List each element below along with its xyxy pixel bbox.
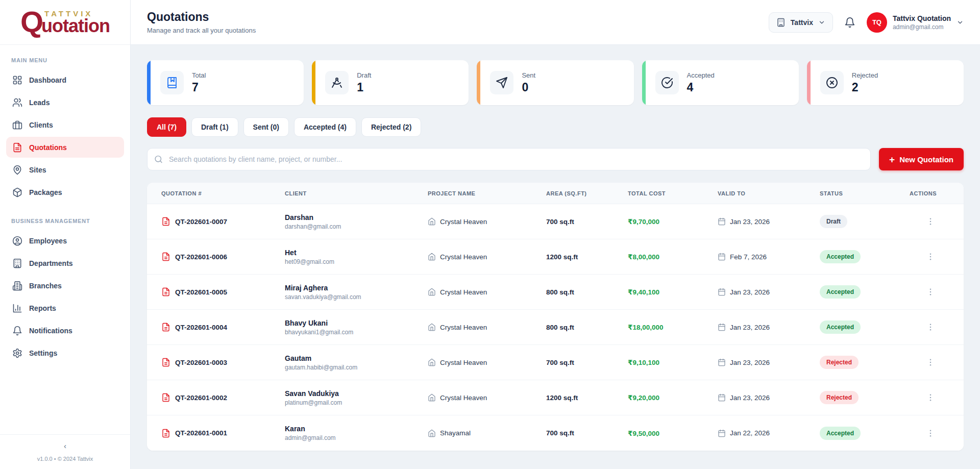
- project-cell: Crystal Heaven: [421, 393, 539, 402]
- valid-to-cell: Jan 23, 2026: [710, 217, 813, 226]
- row-actions-menu-button[interactable]: [924, 320, 937, 334]
- kebab-icon: [926, 429, 935, 438]
- search-icon: [154, 155, 163, 164]
- sidebar-item-quotations[interactable]: Quotations: [6, 137, 124, 158]
- client-name: Savan Vadukiya: [285, 389, 413, 398]
- valid-to-cell: Jan 23, 2026: [710, 323, 813, 331]
- kebab-icon: [926, 217, 935, 226]
- sidebar-item-packages[interactable]: Packages: [6, 182, 124, 203]
- dashboard-grid-icon: [12, 75, 22, 85]
- table-row[interactable]: QT-202601-0001 Karan admin@gmail.com Sh: [147, 415, 964, 451]
- chevron-down-icon: [957, 19, 964, 26]
- status-filter-tabs: All (7) Draft (1) Sent (0) Accepted (4): [147, 117, 964, 137]
- home-icon: [428, 217, 436, 226]
- sidebar-item-leads[interactable]: Leads: [6, 92, 124, 113]
- user-profile-menu[interactable]: TQ Tattvix Quotation admin@gmail.com: [867, 12, 964, 33]
- actions-cell: [902, 391, 964, 404]
- table-row[interactable]: QT-202601-0004 Bhavy Ukani bhavyukani1@g…: [147, 310, 964, 345]
- brand-logo[interactable]: Q TATTVIX uotation: [0, 0, 130, 45]
- client-cell: Miraj Aghera savan.vadukiya@gmail.com: [278, 284, 421, 301]
- status-badge: Accepted: [820, 320, 861, 334]
- col-actions: ACTIONS: [902, 190, 964, 196]
- file-text-icon: [161, 429, 170, 438]
- stat-label: Draft: [357, 71, 371, 79]
- total-cost-cell: ₹18,00,000: [621, 323, 710, 331]
- sidebar-item-settings[interactable]: Settings: [6, 342, 124, 363]
- actions-cell: [902, 320, 964, 334]
- filter-tab[interactable]: Accepted (4): [294, 117, 356, 137]
- client-name: Gautam: [285, 354, 413, 362]
- status-cell: Draft: [813, 215, 902, 228]
- sidebar-item-departments[interactable]: Departments: [6, 253, 124, 274]
- filter-tab[interactable]: Rejected (2): [361, 117, 421, 137]
- client-email: admin@gmail.com: [285, 434, 413, 441]
- stat-label: Sent: [522, 71, 535, 79]
- actions-cell: [902, 356, 964, 369]
- quotation-number-cell: QT-202601-0003: [147, 358, 278, 367]
- table-header-row: QUOTATION # CLIENT PROJECT NAME AREA (SQ…: [147, 183, 964, 204]
- project-name: Crystal Heaven: [440, 288, 487, 296]
- table-row[interactable]: QT-202601-0007 Darshan darshan@gmail.com: [147, 204, 964, 239]
- status-cell: Accepted: [813, 285, 902, 299]
- quotation-number: QT-202601-0003: [175, 359, 227, 366]
- calendar-icon: [718, 253, 726, 261]
- brand-q: Q: [20, 9, 42, 34]
- stat-card-sent: Sent 0: [477, 60, 633, 105]
- file-text-icon: [161, 217, 170, 226]
- row-actions-menu-button[interactable]: [924, 356, 937, 369]
- quotation-number-cell: QT-202601-0006: [147, 252, 278, 261]
- quotation-number: QT-202601-0002: [175, 394, 227, 402]
- filter-tab[interactable]: Sent (0): [243, 117, 289, 137]
- table-row[interactable]: QT-202601-0005 Miraj Aghera savan.vaduki…: [147, 275, 964, 310]
- sidebar-nav: MAIN MENU Dashboard Leads Clients: [0, 45, 130, 434]
- sidebar-item-dashboard[interactable]: Dashboard: [6, 69, 124, 90]
- stat-label: Accepted: [687, 71, 715, 79]
- status-cell: Rejected: [813, 356, 902, 369]
- row-actions-menu-button[interactable]: [924, 250, 937, 263]
- sidebar-item-label: Clients: [29, 121, 53, 129]
- row-actions-menu-button[interactable]: [924, 215, 937, 228]
- filter-tab[interactable]: All (7): [147, 117, 186, 137]
- sidebar-item-reports[interactable]: Reports: [6, 298, 124, 318]
- quotation-number: QT-202601-0006: [175, 253, 227, 261]
- sidebar-item-branches[interactable]: Branches: [6, 275, 124, 296]
- status-badge: Draft: [820, 215, 847, 228]
- status-badge: Rejected: [820, 356, 859, 369]
- row-actions-menu-button[interactable]: [924, 427, 937, 440]
- client-cell: Savan Vadukiya platinum@gmail.com: [278, 389, 421, 406]
- filter-tab[interactable]: Draft (1): [191, 117, 238, 137]
- calendar-icon: [718, 429, 726, 437]
- client-cell: Karan admin@gmail.com: [278, 425, 421, 441]
- client-cell: Bhavy Ukani bhavyukani1@gmail.com: [278, 319, 421, 336]
- sidebar-collapse-button[interactable]: ‹: [59, 440, 71, 452]
- col-quotation-number: QUOTATION #: [147, 190, 278, 196]
- sidebar-item-sites[interactable]: Sites: [6, 159, 124, 180]
- notifications-bell-button[interactable]: [844, 17, 855, 28]
- file-text-icon: [161, 358, 170, 367]
- building-icon: [12, 258, 22, 268]
- row-actions-menu-button[interactable]: [924, 285, 937, 299]
- sidebar-item-notifications[interactable]: Notifications: [6, 320, 124, 341]
- table-row[interactable]: QT-202601-0003 Gautam gautam.habibi@gmai…: [147, 345, 964, 380]
- table-row[interactable]: QT-202601-0002 Savan Vadukiya platinum@g…: [147, 380, 964, 415]
- status-cell: Accepted: [813, 250, 902, 263]
- project-name: Crystal Heaven: [440, 324, 487, 331]
- file-text-icon: [161, 393, 170, 402]
- client-email: het09@gmail.com: [285, 258, 413, 265]
- project-cell: Crystal Heaven: [421, 217, 539, 226]
- kebab-icon: [926, 287, 935, 297]
- row-actions-menu-button[interactable]: [924, 391, 937, 404]
- bar-chart-icon: [12, 303, 22, 313]
- quotation-number-cell: QT-202601-0004: [147, 323, 278, 332]
- company-selector[interactable]: Tattvix: [769, 12, 833, 33]
- table-row[interactable]: QT-202601-0006 Het het09@gmail.com Crys: [147, 239, 964, 275]
- search-input[interactable]: [147, 148, 871, 170]
- avatar: TQ: [867, 12, 887, 33]
- area-cell: 700 sq.ft: [539, 429, 621, 437]
- sidebar-item-employees[interactable]: Employees: [6, 230, 124, 251]
- status-cell: Accepted: [813, 320, 902, 334]
- project-cell: Crystal Heaven: [421, 323, 539, 331]
- new-quotation-button[interactable]: + New Quotation: [879, 148, 964, 170]
- quotation-number: QT-202601-0007: [175, 218, 227, 226]
- sidebar-item-clients[interactable]: Clients: [6, 114, 124, 135]
